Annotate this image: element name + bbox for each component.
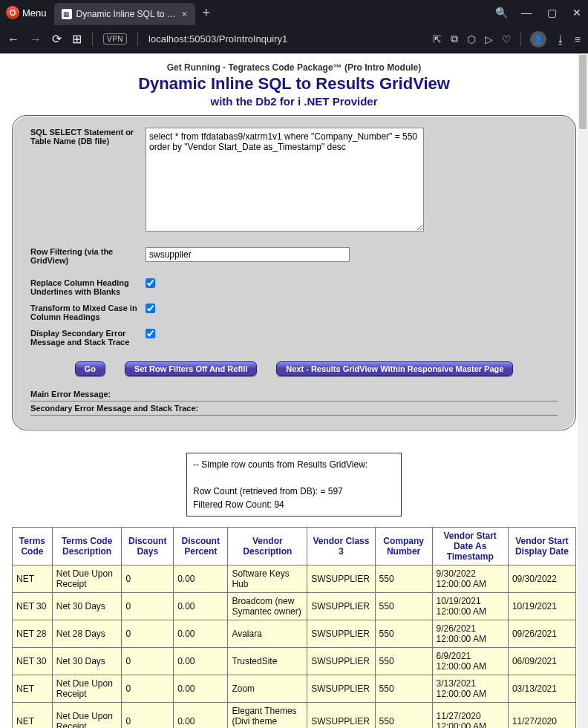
divider (30, 401, 558, 401)
forward-icon[interactable]: → (30, 33, 42, 46)
transform-label: Transform to Mixed Case in Column Headin… (30, 304, 146, 321)
search-icon[interactable]: 🔍 (496, 7, 506, 18)
cell: SWSUPPLIER (307, 593, 375, 620)
camera-icon[interactable]: ⧉ (451, 33, 458, 45)
cell: SWSUPPLIER (307, 620, 375, 648)
apps-icon[interactable]: ⊞ (72, 32, 82, 46)
close-tab-icon[interactable]: × (181, 8, 187, 20)
cell: 0 (122, 648, 174, 675)
status-box: -- Simple row counts from Results GridVi… (186, 453, 402, 517)
main-error-label: Main Error Message: (30, 390, 558, 399)
cell: NET (13, 703, 53, 729)
column-header[interactable]: Vendor Start Date As Timestamp (432, 528, 508, 565)
reload-icon[interactable]: ⟳ (52, 32, 62, 46)
cell: TrustedSite (228, 648, 307, 675)
column-header[interactable]: Vendor Start Display Date (508, 528, 575, 565)
cell: 550 (375, 648, 432, 675)
vpn-badge[interactable]: VPN (103, 33, 127, 45)
heart-icon[interactable]: ♡ (502, 33, 512, 45)
send-icon[interactable]: ▷ (485, 33, 493, 45)
cell: Net Due Upon Receipt (52, 675, 122, 703)
page-viewport: Get Running - Tegratecs Code Package™ (P… (0, 53, 588, 728)
new-tab-button[interactable]: + (203, 5, 211, 21)
rowfilter-input[interactable] (146, 247, 350, 262)
column-header[interactable]: Discount Percent (174, 528, 228, 565)
cell: 10/19/2021 (508, 593, 575, 620)
cell: 0.00 (174, 565, 228, 593)
cell: 0 (122, 620, 174, 648)
cell: SWSUPPLIER (307, 703, 375, 729)
window-close-icon[interactable]: ✕ (572, 7, 582, 18)
cell: 0 (122, 593, 174, 620)
url-host: localhost:50503/ProIntroInquiry1 (148, 33, 287, 45)
table-row: NET 28Net 28 Days00.00AvalaraSWSUPPLIER5… (13, 620, 576, 648)
next-button[interactable]: Next - Results GridView Within Responsiv… (276, 361, 513, 376)
cell: 9/30/2022 12:00:00 AM (432, 565, 508, 593)
cell: Broadcom (new Symantec owner) (228, 593, 307, 620)
cell: 11/27/2020 (508, 703, 575, 729)
page-title: Dynamic Inline SQL to Results GridView (12, 74, 576, 94)
shield-icon[interactable]: ⬡ (467, 33, 476, 45)
profile-avatar-icon[interactable]: 👤 (530, 31, 546, 47)
secondary-label: Display Secondary Error Message and Stac… (30, 329, 146, 347)
cell: NET 28 (13, 620, 53, 648)
column-header[interactable]: Discount Days (122, 528, 174, 565)
replace-label: Replace Column Heading Underlines with B… (30, 278, 146, 296)
cell: 0.00 (174, 648, 228, 675)
cell: Net 28 Days (52, 620, 122, 648)
scrollbar[interactable] (578, 53, 588, 728)
secondary-checkbox[interactable] (146, 329, 155, 338)
secondary-error-label: Secondary Error Message and Stack Trace: (30, 404, 558, 413)
sql-textarea[interactable]: select * from tfdatabas9/xatrm1v1 where … (146, 128, 424, 232)
cell: 09/26/2021 (508, 620, 575, 648)
cell: 0.00 (174, 593, 228, 620)
cell: 11/27/2020 12:00:00 AM (432, 703, 508, 729)
back-icon[interactable]: ← (7, 33, 19, 46)
column-header[interactable]: Vendor Description (228, 528, 307, 565)
cell: 550 (375, 703, 432, 729)
table-row: NET 30Net 30 Days00.00TrustedSiteSWSUPPL… (13, 648, 576, 675)
header-small: Get Running - Tegratecs Code Package™ (P… (12, 62, 576, 73)
cell: Elegant Themes (Divi theme vendor) (228, 703, 307, 729)
set-filters-button[interactable]: Set Row Filters Off And Refill (125, 361, 257, 376)
minimize-icon[interactable]: ― (521, 7, 532, 18)
cell: 3/13/2021 12:00:00 AM (432, 675, 508, 703)
form-panel: SQL SELECT Statement or Table Name (DB f… (12, 115, 576, 430)
column-header[interactable]: Vendor Class 3 (307, 528, 375, 565)
column-header[interactable]: Company Number (375, 528, 432, 565)
cell: 550 (375, 675, 432, 703)
column-header[interactable]: Terms Code (13, 528, 53, 565)
tab-title: Dynamic Inline SQL to Resu (76, 9, 177, 19)
cell: NET 30 (13, 648, 53, 675)
cell: Avalara (228, 620, 307, 648)
cell: 0 (122, 703, 174, 729)
browser-tab[interactable]: ▦ Dynamic Inline SQL to Resu × (54, 3, 195, 25)
replace-checkbox[interactable] (146, 278, 155, 288)
cell: NET 30 (13, 593, 53, 620)
cell: 0.00 (174, 703, 228, 729)
table-row: NETNet Due Upon Receipt00.00Software Key… (13, 565, 576, 593)
maximize-icon[interactable]: ▢ (546, 7, 557, 18)
cell: 0.00 (174, 675, 228, 703)
column-header[interactable]: Terms Code Description (52, 528, 122, 565)
results-grid: Terms CodeTerms Code DescriptionDiscount… (12, 527, 576, 728)
share-icon[interactable]: ⇱ (433, 33, 442, 45)
cell: SWSUPPLIER (307, 675, 375, 703)
go-button[interactable]: Go (75, 361, 105, 376)
transform-checkbox[interactable] (146, 304, 155, 313)
divider (30, 415, 558, 416)
menu-button[interactable]: Menu (22, 7, 47, 19)
cell: 03/13/2021 (508, 675, 575, 703)
cell: Net Due Upon Receipt (52, 703, 122, 729)
cell: 9/26/2021 12:00:00 AM (432, 620, 508, 648)
cell: SWSUPPLIER (307, 565, 375, 593)
cell: SWSUPPLIER (307, 648, 375, 675)
table-row: NETNet Due Upon Receipt00.00ZoomSWSUPPLI… (13, 675, 576, 703)
cell: 550 (375, 565, 432, 593)
settings-icon[interactable]: ≡ (575, 33, 581, 45)
download-icon[interactable]: ⭳ (555, 33, 566, 45)
address-bar[interactable]: localhost:50503/ProIntroInquiry1 (148, 33, 422, 45)
cell: Net Due Upon Receipt (52, 565, 122, 593)
cell: 06/09/2021 (508, 648, 575, 675)
cell: 0.00 (174, 620, 228, 648)
